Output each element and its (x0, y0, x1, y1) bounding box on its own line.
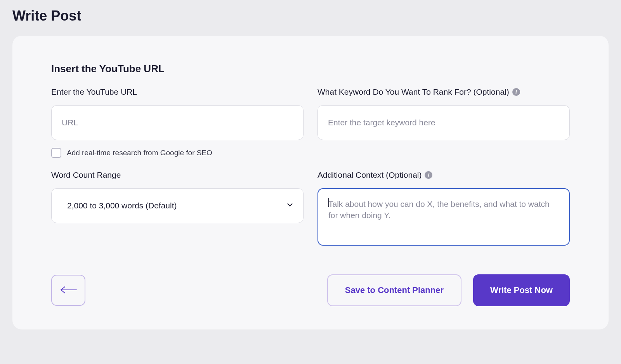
wordcount-selected-text: 2,000 to 3,000 words (Default) (67, 201, 177, 210)
research-checkbox-row: Add real-time research from Google for S… (51, 148, 304, 158)
footer-row: Save to Content Planner Write Post Now (51, 274, 570, 306)
arrow-left-icon (59, 285, 77, 296)
url-input[interactable] (51, 105, 304, 140)
wordcount-label: Word Count Range (51, 170, 304, 180)
research-checkbox[interactable] (51, 148, 61, 158)
url-field-group: Enter the YouTube URL Add real-time rese… (51, 87, 304, 158)
wordcount-field-group: Word Count Range 2,000 to 3,000 words (D… (51, 170, 304, 247)
keyword-label: What Keyword Do You Want To Rank For? (O… (317, 87, 570, 97)
footer-actions: Save to Content Planner Write Post Now (327, 274, 570, 306)
save-to-planner-button[interactable]: Save to Content Planner (327, 274, 461, 306)
form-card: Insert the YouTube URL Enter the YouTube… (12, 36, 609, 329)
context-textarea[interactable] (317, 188, 570, 246)
wordcount-select[interactable]: 2,000 to 3,000 words (Default) (51, 188, 304, 223)
text-caret (328, 198, 329, 207)
info-icon[interactable]: i (425, 171, 432, 179)
context-textarea-wrapper (317, 188, 570, 247)
section-title: Insert the YouTube URL (51, 63, 570, 75)
form-grid: Enter the YouTube URL Add real-time rese… (51, 87, 570, 247)
back-button[interactable] (51, 275, 85, 306)
info-icon[interactable]: i (512, 88, 520, 96)
keyword-field-group: What Keyword Do You Want To Rank For? (O… (317, 87, 570, 158)
write-post-now-button[interactable]: Write Post Now (473, 274, 570, 306)
url-label: Enter the YouTube URL (51, 87, 304, 97)
wordcount-selected: 2,000 to 3,000 words (Default) (51, 188, 304, 223)
keyword-label-text: What Keyword Do You Want To Rank For? (O… (317, 87, 509, 97)
context-field-group: Additional Context (Optional) i (317, 170, 570, 247)
context-label: Additional Context (Optional) i (317, 170, 570, 180)
keyword-input[interactable] (317, 105, 570, 140)
research-checkbox-label: Add real-time research from Google for S… (67, 149, 212, 157)
page-title: Write Post (12, 0, 609, 36)
context-label-text: Additional Context (Optional) (317, 170, 422, 180)
